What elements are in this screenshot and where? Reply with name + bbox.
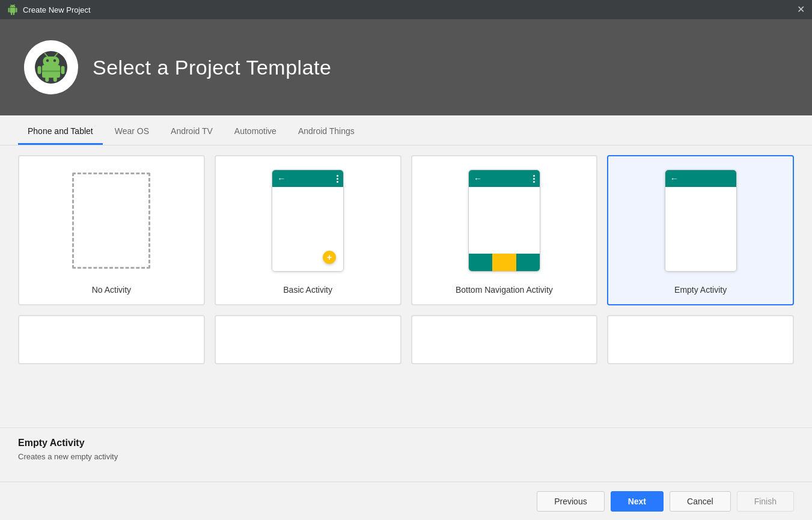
templates-area: No Activity ← (0, 145, 812, 427)
bottom-nav-preview: ← (420, 164, 590, 278)
tab-phone-tablet[interactable]: Phone and Tablet (18, 120, 103, 145)
back-arrow-icon: ← (277, 174, 285, 183)
header-title: Select a Project Template (93, 56, 331, 79)
title-bar-text: Create New Project (23, 5, 91, 14)
back-arrow-icon-2: ← (474, 174, 482, 183)
tab-android-things[interactable]: Android Things (288, 120, 364, 145)
cancel-button[interactable]: Cancel (670, 491, 731, 512)
template-basic-activity[interactable]: ← + Basic Activity (215, 155, 401, 305)
header-logo (24, 40, 78, 94)
selected-description: Empty Activity Creates a new empty activ… (0, 427, 812, 482)
title-bar-left: Create New Project (7, 4, 91, 15)
finish-button[interactable]: Finish (737, 491, 794, 512)
title-bar: Create New Project ✕ (0, 0, 812, 19)
tab-android-tv[interactable]: Android TV (161, 120, 222, 145)
dialog-footer: Previous Next Cancel Finish (0, 482, 812, 520)
empty-activity-label: Empty Activity (674, 285, 727, 295)
svg-rect-2 (43, 57, 60, 67)
tab-wear-os[interactable]: Wear OS (105, 120, 159, 145)
dialog-header: Select a Project Template (0, 19, 812, 115)
svg-rect-11 (42, 70, 60, 72)
tabs-bar: Phone and Tablet Wear OS Android TV Auto… (0, 115, 812, 145)
selected-template-desc: Creates a new empty activity (18, 452, 794, 461)
empty-toolbar: ← (665, 170, 736, 187)
no-activity-preview (26, 164, 197, 278)
template-row2-4[interactable] (607, 315, 794, 364)
templates-grid: No Activity ← (18, 155, 794, 374)
template-row2-3[interactable] (411, 315, 598, 364)
menu-dots-icon-2 (533, 175, 535, 183)
template-row2-1[interactable] (18, 315, 205, 364)
bottom-nav-content (469, 187, 540, 253)
previous-button[interactable]: Previous (537, 491, 604, 512)
bottom-nav-label: Bottom Navigation Activity (456, 285, 553, 295)
dialog-body: Phone and Tablet Wear OS Android TV Auto… (0, 115, 812, 520)
template-empty-activity[interactable]: ← Empty Activity (607, 155, 794, 305)
selected-template-name: Empty Activity (18, 438, 794, 448)
nav-item-2 (492, 254, 516, 271)
menu-dots-icon (337, 175, 338, 183)
fab-button: + (323, 251, 336, 264)
basic-activity-label: Basic Activity (283, 285, 332, 295)
empty-activity-mockup: ← (665, 170, 737, 272)
no-activity-label: No Activity (92, 285, 131, 295)
basic-content: + (272, 187, 343, 271)
template-bottom-nav[interactable]: ← (411, 155, 598, 305)
next-button[interactable]: Next (611, 491, 664, 512)
android-studio-logo (33, 49, 69, 85)
no-activity-dashed-box (72, 173, 150, 269)
nav-item-1 (469, 254, 492, 271)
basic-toolbar: ← (272, 170, 343, 187)
bottom-nav-toolbar: ← (469, 170, 540, 187)
template-row2-2[interactable] (215, 315, 401, 364)
back-arrow-icon-3: ← (670, 174, 679, 183)
basic-activity-mockup: ← + (272, 170, 344, 272)
close-button[interactable]: ✕ (797, 5, 805, 14)
svg-rect-10 (53, 76, 57, 82)
svg-point-4 (53, 60, 56, 63)
empty-content (665, 187, 736, 271)
empty-activity-preview: ← (615, 164, 786, 278)
svg-point-3 (46, 60, 49, 63)
svg-rect-7 (38, 66, 41, 75)
bottom-nav-bar (469, 253, 540, 271)
template-no-activity[interactable]: No Activity (18, 155, 205, 305)
bottom-nav-mockup: ← (468, 170, 540, 272)
tab-automotive[interactable]: Automotive (225, 120, 286, 145)
nav-item-3 (516, 254, 540, 271)
basic-activity-preview: ← + (223, 164, 393, 278)
android-icon (7, 4, 18, 15)
svg-rect-9 (45, 76, 49, 82)
svg-rect-8 (61, 66, 65, 75)
